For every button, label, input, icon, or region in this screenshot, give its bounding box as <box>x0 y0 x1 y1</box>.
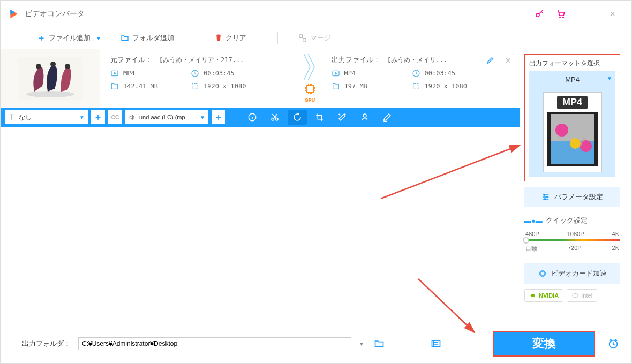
quick-settings-title: ▬●▬ クイック設定 <box>524 216 620 225</box>
video-icon <box>332 69 340 78</box>
edit-bar: なし ▼ ＋ CC und aac (LC) (mp ▼ ＋ <box>1 108 520 127</box>
toolbar: ＋ ファイル追加 ▼ フォルダ追加 クリア マージ <box>1 27 631 49</box>
add-file-button[interactable]: ＋ ファイル追加 ▼ <box>33 31 106 46</box>
output-file-name: 【みうめ・メイリ... <box>385 56 448 65</box>
titlebar: ビデオコンバータ ─ ✕ <box>1 1 631 27</box>
add-subtitle-button[interactable]: ＋ <box>91 110 105 124</box>
resolution-icon <box>191 82 199 90</box>
svg-point-8 <box>50 62 56 67</box>
slider-thumb[interactable] <box>523 237 529 244</box>
watermark-tool[interactable] <box>355 110 374 125</box>
merge-button[interactable]: マージ <box>294 31 335 45</box>
output-folder-label: 出力フォルダ： <box>22 339 71 348</box>
source-format: MP4 <box>123 70 135 77</box>
cc-button[interactable]: CC <box>108 110 122 124</box>
add-file-label: ファイル追加 <box>49 33 91 43</box>
intel-badge: Intel <box>567 289 597 302</box>
svg-rect-13 <box>307 86 313 92</box>
output-resolution: 1920 x 1080 <box>425 82 467 90</box>
svg-point-9 <box>65 64 70 69</box>
cart-icon[interactable] <box>550 6 571 22</box>
output-duration: 00:03:45 <box>425 70 456 77</box>
file-row: 元ファイル： 【みうめ・メイリア・217... MP4 00:03:45 <box>1 49 520 108</box>
cut-tool[interactable] <box>265 110 284 125</box>
output-format-title: 出力フォーマットを選択 <box>529 59 615 68</box>
svg-rect-16 <box>413 84 419 89</box>
close-button[interactable]: ✕ <box>602 6 623 22</box>
subtitle-value: なし <box>19 113 32 122</box>
add-folder-button[interactable]: フォルダ追加 <box>116 31 178 45</box>
parameter-settings-button[interactable]: パラメータ設定 <box>524 187 620 207</box>
quick-settings: ▬●▬ クイック設定 480P 1080P 4K 自動 720P 2K <box>524 213 620 258</box>
preview-image <box>547 112 598 166</box>
resolution-slider[interactable] <box>524 239 620 241</box>
chevron-down-icon: ▼ <box>200 115 205 120</box>
svg-point-30 <box>573 294 578 298</box>
video-icon <box>110 69 119 78</box>
output-format-select[interactable]: MP4 ▼ <box>529 71 615 88</box>
output-file-label: 出力ファイル： <box>332 55 380 65</box>
convert-button[interactable]: 変換 <box>493 331 595 357</box>
edit-icon[interactable] <box>486 56 494 66</box>
source-size: 142.41 MB <box>123 82 158 90</box>
clear-button[interactable]: クリア <box>210 31 251 45</box>
gpu-chip-icon <box>304 82 317 95</box>
app-title: ビデオコンバータ <box>25 9 529 19</box>
convert-label: 変換 <box>532 336 556 352</box>
source-file-name: 【みうめ・メイリア・217... <box>156 56 244 65</box>
open-folder-button[interactable] <box>372 336 387 351</box>
edit-tool[interactable] <box>378 110 397 125</box>
effects-tool[interactable] <box>333 110 352 125</box>
svg-point-2 <box>563 17 564 18</box>
chevron-down-icon: ▼ <box>79 115 85 120</box>
source-resolution: 1920 x 1080 <box>204 82 246 90</box>
add-folder-label: フォルダ追加 <box>132 33 174 43</box>
folder-icon <box>121 34 129 42</box>
audio-select[interactable]: und aac (LC) (mp ▼ <box>125 110 208 124</box>
chevron-down-icon: ▼ <box>96 35 101 41</box>
minimize-button[interactable]: ─ <box>581 6 602 22</box>
nvidia-badge: NVIDIA <box>524 289 563 302</box>
svg-point-6 <box>26 91 74 97</box>
gpu-label: GPU <box>305 97 315 103</box>
divider <box>277 32 278 44</box>
left-area: 元ファイル： 【みうめ・メイリア・217... MP4 00:03:45 <box>1 49 520 346</box>
gpu-badges: NVIDIA Intel <box>524 289 620 302</box>
snapshot-button[interactable] <box>428 336 443 351</box>
gpu-accel-button[interactable]: ビデオカード加速 <box>524 263 620 284</box>
svg-point-20 <box>363 114 366 117</box>
output-size: 197 MB <box>344 82 367 90</box>
svg-point-23 <box>555 124 568 136</box>
clear-label: クリア <box>225 33 246 43</box>
chip-icon <box>538 269 547 278</box>
plus-icon: ＋ <box>37 33 46 44</box>
format-preview: MP4 <box>529 88 615 177</box>
folder-dropdown[interactable]: ▼ <box>359 341 364 347</box>
remove-file-button[interactable]: ✕ <box>505 56 511 65</box>
video-thumbnail[interactable] <box>1 49 100 108</box>
schedule-button[interactable] <box>603 336 624 351</box>
svg-rect-12 <box>192 84 198 89</box>
rotate-tool[interactable] <box>288 110 307 125</box>
divider <box>576 7 576 20</box>
file-icon <box>332 82 340 90</box>
bottom-bar: 出力フォルダ： ▼ 変換 <box>1 330 631 357</box>
output-format-box: 出力フォーマットを選択 MP4 ▼ MP4 <box>524 54 620 181</box>
svg-point-26 <box>544 194 545 196</box>
svg-point-7 <box>36 64 41 69</box>
output-folder-input[interactable] <box>78 337 351 350</box>
add-audio-button[interactable]: ＋ <box>212 110 225 124</box>
main-area: 元ファイル： 【みうめ・メイリア・217... MP4 00:03:45 <box>1 49 631 346</box>
nvidia-icon <box>529 292 537 299</box>
text-icon <box>8 113 16 121</box>
info-tool[interactable] <box>243 110 262 125</box>
crop-tool[interactable] <box>310 110 329 125</box>
audio-value: und aac (LC) (mp <box>139 114 185 120</box>
subtitle-select[interactable]: なし ▼ <box>5 110 88 124</box>
parameter-settings-label: パラメータ設定 <box>554 192 603 202</box>
key-icon[interactable] <box>529 6 550 22</box>
trash-icon <box>215 34 222 42</box>
slider-labels-top: 480P 1080P 4K <box>524 231 620 237</box>
right-panel: 出力フォーマットを選択 MP4 ▼ MP4 <box>520 49 625 346</box>
clock-icon <box>191 69 199 78</box>
